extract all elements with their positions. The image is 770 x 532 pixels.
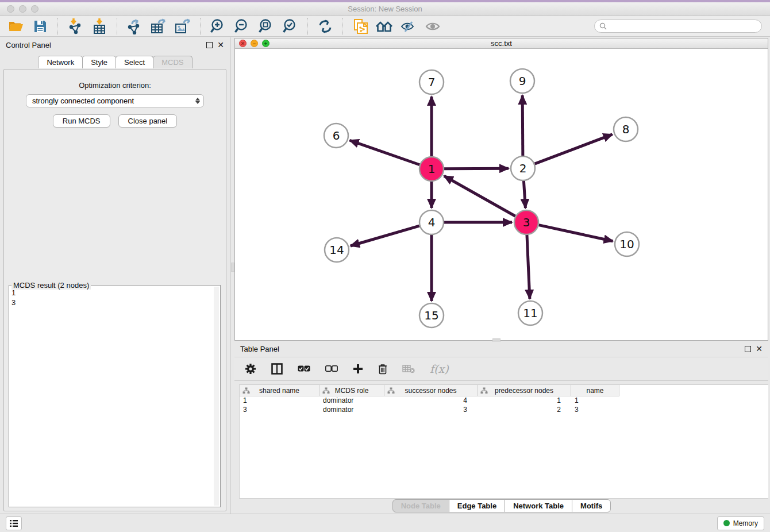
tab-network-table[interactable]: Network Table xyxy=(505,499,572,512)
zoom-in-button[interactable] xyxy=(207,17,228,36)
houses-icon xyxy=(376,20,393,33)
column-header-shared-name[interactable]: shared name xyxy=(240,385,319,396)
vertical-splitter[interactable] xyxy=(230,37,234,514)
cell-MCDS-role[interactable]: dominator xyxy=(319,396,384,406)
import-network-icon xyxy=(68,18,83,34)
zoom-selected-icon xyxy=(282,18,298,34)
column-header-MCDS-role[interactable]: MCDS role xyxy=(319,385,384,396)
zoom-out-button[interactable] xyxy=(232,17,252,36)
cell-predecessor-nodes[interactable]: 1 xyxy=(478,396,571,406)
graph-edge-1-2[interactable] xyxy=(444,168,509,169)
cell-name[interactable]: 1 xyxy=(571,396,619,406)
graph-node-label-11: 11 xyxy=(523,306,537,320)
show-all-networks-button[interactable] xyxy=(374,17,395,36)
table-settings-button[interactable] xyxy=(245,363,256,375)
column-label: successor nodes xyxy=(384,387,477,395)
result-scrollbar[interactable] xyxy=(214,287,219,506)
cell-name[interactable]: 3 xyxy=(571,406,619,415)
table-tabs: Node TableEdge TableNetwork TableMotifs xyxy=(234,499,768,514)
graph-node-label-2: 2 xyxy=(519,161,527,175)
columns-icon xyxy=(271,363,283,375)
column-header-predecessor-nodes[interactable]: predecessor nodes xyxy=(478,385,571,396)
tab-style[interactable]: Style xyxy=(82,56,116,68)
hide-details-button[interactable] xyxy=(398,17,419,36)
optimization-criterion-dropdown[interactable]: strongly connected component xyxy=(26,94,204,107)
open-session-button[interactable] xyxy=(6,17,26,36)
search-input[interactable] xyxy=(610,22,757,30)
network-window-titlebar: ✕ − + scc.txt xyxy=(235,38,768,49)
cell-successor-nodes[interactable]: 4 xyxy=(384,396,478,406)
control-panel: Control Panel ✕ NetworkStyleSelectMCDS O… xyxy=(0,37,230,514)
close-panel-icon[interactable]: ✕ xyxy=(217,42,224,48)
show-details-button[interactable] xyxy=(422,17,443,36)
graph-edge-4-14[interactable] xyxy=(351,226,419,246)
window-title: Session: New Session xyxy=(0,5,770,13)
export-network-icon xyxy=(126,18,143,34)
zoom-out-icon xyxy=(234,18,250,34)
float-table-panel-icon[interactable] xyxy=(745,346,751,352)
graph-edge-2-9[interactable] xyxy=(522,95,523,156)
select-all-button[interactable] xyxy=(298,365,310,372)
list-icon xyxy=(9,519,18,527)
save-session-button[interactable] xyxy=(30,17,51,36)
delete-column-button[interactable] xyxy=(378,364,387,375)
import-table-button[interactable] xyxy=(89,17,110,36)
table-row-0[interactable]: 1dominator411 xyxy=(240,396,768,406)
tree-icon xyxy=(322,387,330,396)
toolbar-separator xyxy=(342,18,343,35)
control-panel-tabs: NetworkStyleSelectMCDS xyxy=(0,56,230,68)
column-header-name[interactable]: name xyxy=(571,385,619,396)
graph-edge-3-11[interactable] xyxy=(527,235,530,299)
graph-edge-2-8[interactable] xyxy=(535,134,613,164)
network-graph[interactable]: 7968124314101511 xyxy=(235,49,768,338)
toolbar-separator xyxy=(57,18,58,35)
float-panel-icon[interactable] xyxy=(206,42,213,48)
cell-predecessor-nodes[interactable]: 2 xyxy=(478,406,571,415)
cell-shared-name[interactable]: 1 xyxy=(240,396,319,406)
cell-successor-nodes[interactable]: 3 xyxy=(384,406,478,415)
export-table-button[interactable] xyxy=(148,17,169,36)
tab-node-table[interactable]: Node Table xyxy=(392,499,449,512)
cell-MCDS-role[interactable]: dominator xyxy=(319,406,384,415)
show-columns-button[interactable] xyxy=(271,363,283,375)
deselect-all-button[interactable] xyxy=(325,365,338,372)
graph-edge-2-3[interactable] xyxy=(523,181,525,208)
graph-edge-3-1[interactable] xyxy=(444,176,515,216)
tab-select[interactable]: Select xyxy=(116,56,153,68)
tab-mcds[interactable]: MCDS xyxy=(153,56,192,68)
search-area xyxy=(594,20,762,33)
column-header-successor-nodes[interactable]: successor nodes xyxy=(384,385,478,396)
control-panel-header: Control Panel ✕ xyxy=(0,37,230,52)
export-network-button[interactable] xyxy=(124,17,145,36)
memory-button[interactable]: Memory xyxy=(717,516,764,530)
network-canvas[interactable]: 7968124314101511 xyxy=(235,49,768,340)
graph-edge-1-6[interactable] xyxy=(350,140,420,164)
tree-icon xyxy=(242,387,250,396)
zoom-selected-button[interactable] xyxy=(280,17,301,36)
tab-motifs[interactable]: Motifs xyxy=(572,499,611,512)
graph-edge-3-10[interactable] xyxy=(538,225,613,241)
create-column-button[interactable] xyxy=(353,364,363,374)
mcds-result-list[interactable]: 1 3 xyxy=(11,288,213,506)
cell-shared-name[interactable]: 3 xyxy=(240,406,319,415)
export-image-button[interactable] xyxy=(172,17,193,36)
toolbar-separator xyxy=(307,18,308,35)
search-field[interactable] xyxy=(594,20,762,33)
zoom-fit-button[interactable] xyxy=(256,17,276,36)
tab-network[interactable]: Network xyxy=(38,56,83,68)
close-panel-button[interactable]: Close panel xyxy=(118,114,178,128)
apply-layout-button[interactable] xyxy=(315,17,336,36)
import-network-button[interactable] xyxy=(65,17,86,36)
table-header-row: shared nameMCDS rolesuccessor nodesprede… xyxy=(240,385,768,396)
delete-table-button[interactable] xyxy=(402,364,415,373)
refresh-icon xyxy=(318,19,333,34)
function-builder-button[interactable]: f(x) xyxy=(430,363,449,375)
run-mcds-button[interactable]: Run MCDS xyxy=(53,114,110,128)
close-table-panel-icon[interactable]: ✕ xyxy=(756,346,763,352)
copy-network-button[interactable] xyxy=(350,17,371,36)
tab-edge-table[interactable]: Edge Table xyxy=(449,499,505,512)
graph-node-label-14: 14 xyxy=(329,243,344,257)
task-history-button[interactable] xyxy=(6,516,22,530)
table-row-1[interactable]: 3dominator323 xyxy=(240,406,768,415)
table-toolbar: f(x) xyxy=(234,357,768,381)
